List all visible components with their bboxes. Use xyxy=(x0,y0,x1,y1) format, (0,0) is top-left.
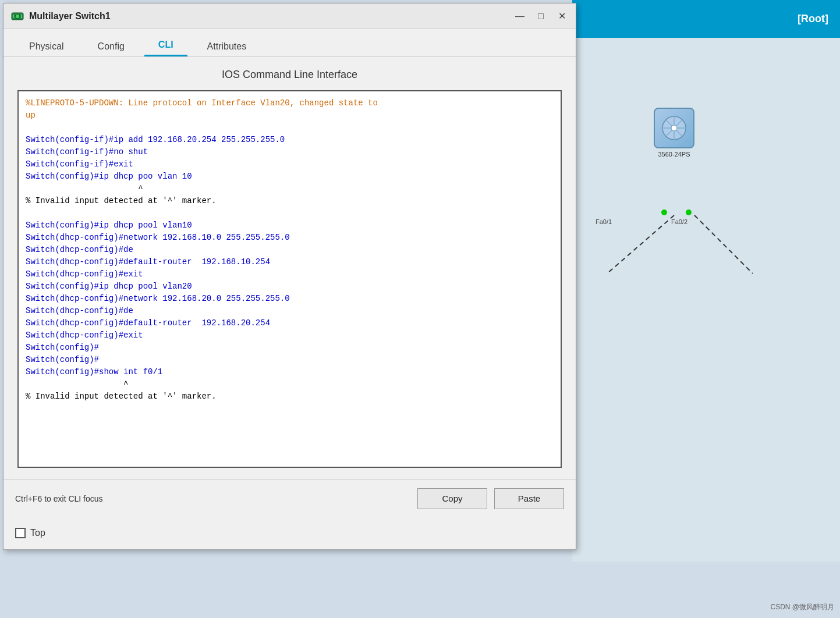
top-bar: [Root] xyxy=(572,0,840,38)
dialog-window: Multilayer Switch1 — □ ✕ Physical Config… xyxy=(3,3,576,550)
cli-line: Switch(dhcp-config)#default-router 192.1… xyxy=(26,317,554,329)
title-bar: Multilayer Switch1 — □ ✕ xyxy=(3,3,576,29)
switch-icon-box xyxy=(654,108,694,148)
svg-line-1 xyxy=(694,215,753,274)
cli-line: Switch(config-if)#no shut xyxy=(26,146,554,158)
top-label: Top xyxy=(30,528,45,538)
tab-physical[interactable]: Physical xyxy=(15,37,78,56)
cli-line: % Invalid input detected at '^' marker. xyxy=(26,195,554,207)
network-area: 3560-24PS Fa0/1 Fa0/2 xyxy=(572,38,840,562)
switch-svg xyxy=(660,113,689,143)
cli-line: Switch(dhcp-config)#de xyxy=(26,305,554,317)
content-title: IOS Command Line Interface xyxy=(17,69,562,81)
close-button[interactable]: ✕ xyxy=(555,9,569,23)
bottom-bar: Ctrl+F6 to exit CLI focus Copy Paste xyxy=(3,480,576,517)
cli-line: ^ xyxy=(26,378,554,390)
window-title: Multilayer Switch1 xyxy=(29,11,513,22)
tab-config[interactable]: Config xyxy=(84,37,139,56)
watermark: CSDN @微风醉明月 xyxy=(770,602,834,612)
switch-label: 3560-24PS xyxy=(654,151,694,158)
cli-line: Switch(config)# xyxy=(26,342,554,354)
cli-line: ^ xyxy=(26,183,554,195)
tab-attributes[interactable]: Attributes xyxy=(193,37,261,56)
cli-line: Switch(config-if)#ip add 192.168.20.254 … xyxy=(26,134,554,146)
root-label: [Root] xyxy=(798,13,828,25)
footer-area: Top xyxy=(3,517,576,549)
port1-label: Fa0/1 xyxy=(596,218,612,225)
cli-line: Switch(config)#ip dhcp pool vlan10 xyxy=(26,219,554,232)
app-icon xyxy=(10,9,24,23)
cli-line: Switch(config)#ip dhcp poo vlan 10 xyxy=(26,171,554,183)
cli-line: Switch(dhcp-config)#network 192.168.10.0… xyxy=(26,232,554,244)
network-lines xyxy=(572,76,840,308)
cli-line: Switch(dhcp-config)#exit xyxy=(26,268,554,280)
cli-hint: Ctrl+F6 to exit CLI focus xyxy=(15,494,417,503)
svg-point-2 xyxy=(661,209,667,215)
cli-line xyxy=(26,122,554,134)
cli-line: Switch(config-if)#exit xyxy=(26,158,554,171)
cli-line: Switch(dhcp-config)#exit xyxy=(26,329,554,342)
port2-label: Fa0/2 xyxy=(671,218,687,225)
cli-line: Switch(config)# xyxy=(26,354,554,366)
cli-line: Switch(config)#ip dhcp pool vlan20 xyxy=(26,280,554,293)
switch-device: 3560-24PS xyxy=(654,108,694,158)
cli-line: %LINEPROTO-5-UPDOWN: Line protocol on In… xyxy=(26,97,554,109)
tab-bar: Physical Config CLI Attributes xyxy=(3,29,576,57)
cli-line: Switch(dhcp-config)#de xyxy=(26,244,554,256)
cli-line: up xyxy=(26,109,554,122)
cli-line: Switch(dhcp-config)#network 192.168.20.0… xyxy=(26,293,554,305)
paste-button[interactable]: Paste xyxy=(494,488,564,509)
svg-point-3 xyxy=(686,209,692,215)
cli-line xyxy=(26,207,554,219)
svg-line-0 xyxy=(607,215,674,274)
cli-terminal[interactable]: %LINEPROTO-5-UPDOWN: Line protocol on In… xyxy=(17,90,562,468)
svg-point-11 xyxy=(15,14,20,19)
tab-cli[interactable]: CLI xyxy=(144,35,187,56)
window-controls: — □ ✕ xyxy=(513,9,569,23)
content-area: IOS Command Line Interface %LINEPROTO-5-… xyxy=(3,57,576,480)
copy-button[interactable]: Copy xyxy=(417,488,487,509)
action-buttons: Copy Paste xyxy=(417,488,564,509)
cli-line: Switch(config)#show int f0/1 xyxy=(26,366,554,378)
cli-line: % Invalid input detected at '^' marker. xyxy=(26,390,554,403)
svg-point-9 xyxy=(671,125,677,131)
top-checkbox-area: Top xyxy=(15,528,45,538)
cli-line: Switch(dhcp-config)#default-router 192.1… xyxy=(26,256,554,268)
minimize-button[interactable]: — xyxy=(513,9,527,23)
top-checkbox[interactable] xyxy=(15,528,26,538)
maximize-button[interactable]: □ xyxy=(534,9,548,23)
